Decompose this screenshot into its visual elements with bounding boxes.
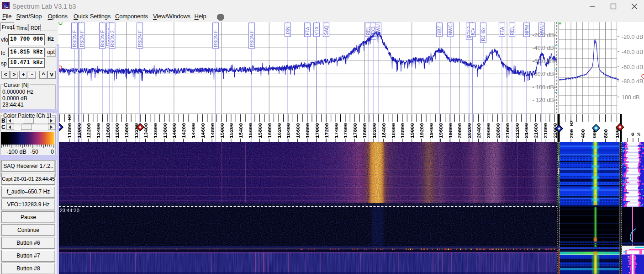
svg-text:14200: 14200	[181, 123, 187, 138]
svg-text:800: 800	[603, 129, 609, 138]
svg-text:JXN: JXN	[285, 27, 290, 35]
svg-text:20400: 20400	[476, 123, 482, 138]
svg-text:17800: 17800	[353, 123, 358, 138]
svg-text:15000: 15000	[220, 123, 225, 138]
svg-text:21200: 21200	[515, 123, 520, 138]
svg-text:-60.0 dB-: -60.0 dB-	[533, 58, 556, 64]
svg-text:11800 Hz: 11800 Hz	[67, 114, 73, 138]
svg-text:RSDN F.: RSDN F.	[79, 29, 84, 47]
svg-text:19200: 19200	[419, 123, 425, 138]
svg-text:20800: 20800	[496, 123, 501, 138]
svg-text:RSDN F.: RSDN F.	[249, 29, 254, 47]
svg-text:13800: 13800	[163, 123, 168, 138]
svg-text:16600: 16600	[296, 123, 301, 138]
svg-text:17400: 17400	[334, 123, 339, 138]
svg-text:RSDN 2.: RSDN 2.	[110, 29, 115, 47]
svg-text:12400: 12400	[96, 123, 101, 138]
svg-text:16400: 16400	[286, 123, 291, 138]
svg-text:21800: 21800	[543, 123, 549, 138]
svg-text:ICV: ICV	[470, 27, 475, 35]
svg-text:19600: 19600	[438, 123, 444, 138]
svg-text:16800: 16800	[305, 123, 311, 138]
svg-text:VTX: VTX	[314, 26, 319, 35]
svg-text:20600: 20600	[486, 123, 491, 138]
svg-text:-60.0 dB: -60.0 dB	[622, 64, 643, 70]
svg-text:15600: 15600	[248, 123, 253, 138]
svg-text:SAQ: SAQ	[324, 26, 329, 35]
svg-text:NPM: NPM	[524, 25, 529, 35]
svg-text:-80.0 dB: -80.0 dB	[622, 78, 643, 85]
svg-text:FTA: FTA	[500, 27, 505, 35]
svg-text:18600: 18600	[391, 123, 396, 138]
svg-text:0 %: 0 %	[631, 132, 640, 137]
svg-text:21000: 21000	[505, 123, 511, 138]
svg-text:13400: 13400	[143, 123, 149, 138]
svg-text:18800: 18800	[400, 123, 406, 138]
svg-text:-20.0 dB-: -20.0 dB-	[533, 32, 556, 38]
svg-text:20200: 20200	[467, 123, 472, 138]
svg-text:400: 400	[581, 129, 586, 138]
svg-text:17600: 17600	[343, 123, 348, 138]
svg-text:20000: 20000	[457, 123, 463, 138]
svg-text:12000: 12000	[77, 123, 82, 138]
svg-text:-40.0 dB-: -40.0 dB-	[533, 45, 556, 51]
svg-text:14400: 14400	[191, 123, 196, 138]
svg-text:- 100 dB-: - 100 dB-	[533, 84, 556, 91]
svg-text:13600: 13600	[153, 123, 158, 138]
svg-text:12800: 12800	[115, 123, 120, 138]
svg-text:RSDN F.: RSDN F.	[100, 29, 105, 47]
svg-text:FTA: FTA	[305, 27, 310, 35]
svg-text:RJH6x: RJH6x	[481, 27, 486, 41]
svg-text:21600: 21600	[533, 123, 539, 138]
svg-text:18200: 18200	[372, 123, 377, 138]
svg-text:16200: 16200	[277, 123, 282, 138]
svg-text:17000: 17000	[315, 123, 320, 138]
svg-text:- 120 dB-: - 120 dB-	[533, 97, 556, 103]
svg-text:13000: 13000	[124, 123, 130, 138]
svg-text:18000: 18000	[362, 123, 368, 138]
svg-text:RSDN F.: RSDN F.	[213, 29, 218, 47]
svg-text:15800: 15800	[258, 123, 263, 138]
svg-text:14600: 14600	[201, 123, 206, 138]
svg-text:NWC: NWC	[448, 24, 453, 35]
svg-text:100 dB: 100 dB	[622, 94, 640, 101]
svg-text:15400: 15400	[238, 123, 244, 138]
svg-text:19400: 19400	[429, 123, 434, 138]
svg-text:200 Hz: 200 Hz	[569, 120, 575, 138]
svg-text:-80.0 dB-: -80.0 dB-	[533, 71, 556, 77]
svg-text:23:44:30: 23:44:30	[60, 208, 79, 213]
svg-text:19000: 19000	[410, 123, 415, 138]
svg-text:21400: 21400	[524, 123, 529, 138]
svg-text:GBZ: GBZ	[437, 26, 442, 35]
svg-text:RSDN F.: RSDN F.	[72, 29, 77, 47]
svg-text:14800: 14800	[210, 123, 216, 138]
svg-text:-20.0 dB: -20.0 dB	[622, 34, 643, 40]
svg-text:19800: 19800	[448, 123, 454, 138]
svg-text:18400: 18400	[381, 123, 387, 138]
svg-text:-40.0 dB: -40.0 dB	[622, 49, 643, 55]
svg-text:RSDN F.: RSDN F.	[137, 29, 143, 47]
svg-text:15200: 15200	[229, 123, 234, 138]
svg-text:17200: 17200	[324, 123, 330, 138]
svg-text:12600: 12600	[106, 123, 111, 138]
svg-text:16000: 16000	[267, 123, 273, 138]
svg-text:14000: 14000	[172, 123, 177, 138]
svg-text:12200: 12200	[86, 123, 92, 138]
svg-text:RDL: RDL	[510, 26, 515, 35]
